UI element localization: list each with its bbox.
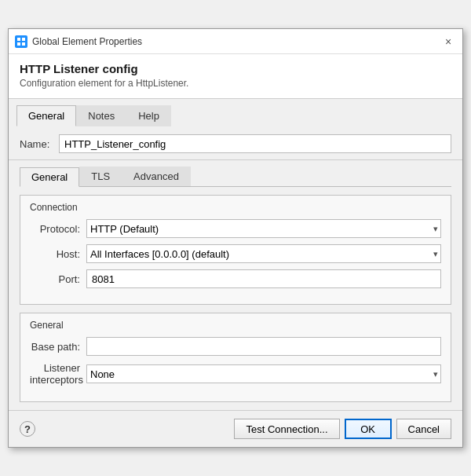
- help-icon[interactable]: ?: [20, 421, 35, 437]
- listener-interceptors-label: Listener interceptors: [30, 362, 86, 386]
- port-label: Port:: [30, 273, 86, 285]
- outer-tabs: General Notes Help: [9, 99, 462, 126]
- port-row: Port:: [30, 269, 441, 288]
- name-input[interactable]: [59, 134, 451, 153]
- general-section: General Base path: Listener interceptors…: [20, 313, 451, 402]
- tab-notes[interactable]: Notes: [76, 105, 126, 126]
- host-label: Host:: [30, 248, 86, 260]
- svg-rect-3: [22, 42, 25, 46]
- dialog-title: HTTP Listener config: [20, 62, 451, 75]
- protocol-select-wrapper: HTTP (Default) HTTPS ▾: [86, 219, 441, 238]
- dialog-icon: [15, 35, 27, 48]
- footer-left: ?: [20, 421, 234, 437]
- close-button[interactable]: ×: [440, 34, 456, 49]
- protocol-label: Protocol:: [30, 223, 86, 235]
- listener-interceptors-select[interactable]: None: [86, 364, 441, 383]
- base-path-input[interactable]: [86, 337, 441, 356]
- protocol-select[interactable]: HTTP (Default) HTTPS: [86, 219, 441, 238]
- port-input[interactable]: [86, 269, 441, 288]
- base-path-label: Base path:: [30, 341, 86, 353]
- listener-interceptors-row: Listener interceptors None ▾: [30, 362, 441, 386]
- inner-tab-general[interactable]: General: [20, 167, 79, 187]
- svg-rect-2: [17, 42, 20, 46]
- dialog-header: HTTP Listener config Configuration eleme…: [9, 54, 462, 99]
- listener-interceptors-wrapper: None ▾: [86, 364, 441, 383]
- svg-rect-1: [22, 38, 25, 41]
- tab-general[interactable]: General: [16, 105, 76, 126]
- footer: ? Test Connection... OK Cancel: [9, 410, 462, 447]
- cancel-button[interactable]: Cancel: [396, 419, 451, 439]
- title-bar: Global Element Properties ×: [9, 29, 462, 54]
- inner-tab-advanced[interactable]: Advanced: [122, 167, 191, 186]
- test-connection-button[interactable]: Test Connection...: [234, 419, 339, 439]
- title-bar-text: Global Element Properties: [32, 36, 440, 47]
- protocol-row: Protocol: HTTP (Default) HTTPS ▾: [30, 219, 441, 238]
- general-section-title: General: [30, 320, 441, 331]
- ok-button[interactable]: OK: [345, 419, 392, 439]
- tab-help[interactable]: Help: [126, 105, 171, 126]
- host-row: Host: All Interfaces [0.0.0.0] (default)…: [30, 244, 441, 263]
- host-select-wrapper: All Interfaces [0.0.0.0] (default) local…: [86, 244, 441, 263]
- svg-rect-0: [17, 38, 20, 41]
- inner-tabs-container: General TLS Advanced: [9, 160, 462, 187]
- dialog-subtitle: Configuration element for a HttpListener…: [20, 78, 451, 89]
- inner-tab-tls[interactable]: TLS: [79, 167, 122, 186]
- dialog-container: Global Element Properties × HTTP Listene…: [8, 28, 463, 448]
- name-row: Name:: [9, 126, 462, 160]
- name-label: Name:: [20, 138, 59, 150]
- connection-section-title: Connection: [30, 202, 441, 213]
- footer-buttons: Test Connection... OK Cancel: [234, 419, 451, 439]
- host-select[interactable]: All Interfaces [0.0.0.0] (default) local…: [86, 244, 441, 263]
- connection-section: Connection Protocol: HTTP (Default) HTTP…: [20, 195, 451, 305]
- inner-tabs-row: General TLS Advanced: [20, 167, 451, 187]
- base-path-row: Base path:: [30, 337, 441, 356]
